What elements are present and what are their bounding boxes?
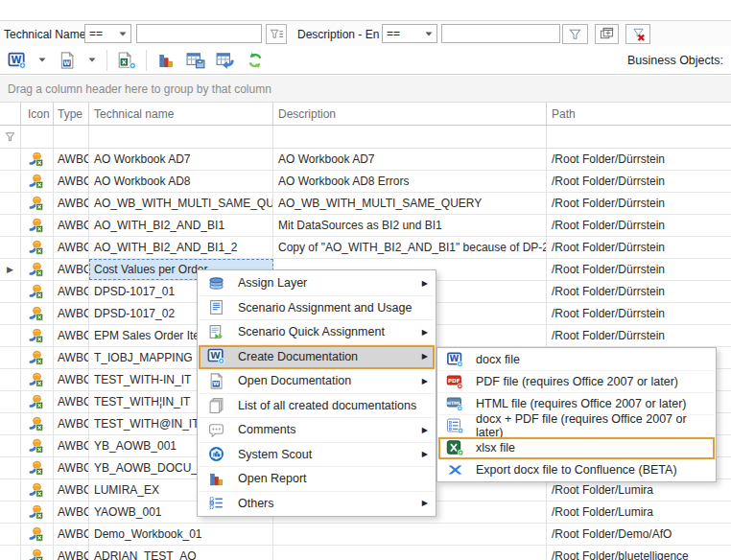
toolbar-separator	[106, 50, 107, 71]
menu-item-label: Open Documentation	[238, 374, 351, 387]
row-indicator	[0, 193, 21, 214]
submenu-item-label: PDF file (requires Office 2007 or later)	[476, 375, 678, 388]
clear-filter-button[interactable]	[625, 24, 650, 44]
awbo-workbook-icon	[28, 196, 44, 211]
menu-item-system-scout[interactable]: System Scout▶	[199, 443, 435, 468]
open-documentation-dropdown[interactable]	[86, 49, 98, 72]
context-menu: Assign Layer▶Scenario Assignment and Usa…	[197, 269, 436, 517]
path-cell: /Root Folder/bluetelligence	[547, 546, 731, 560]
menu-item-open-documentation[interactable]: WOpen Documentation▶	[199, 369, 435, 394]
menu-item-label: Scenario Assignment and Usage	[238, 301, 412, 315]
column-header-description[interactable]: Description	[273, 103, 547, 125]
toolbar: W W Business Objects:	[0, 46, 731, 75]
type-cell: AWBO	[54, 502, 89, 523]
submenu-item-export-docx-file-to-confluence-beta[interactable]: Export docx file to Confluence (BETA)	[438, 459, 715, 480]
awbo-icon-cell	[21, 546, 54, 560]
apply-filter-button[interactable]	[562, 24, 588, 44]
word-open-icon: W	[58, 52, 77, 69]
menu-item-others[interactable]: Others▶	[199, 492, 435, 516]
awbo-workbook-icon	[28, 350, 44, 365]
table-row[interactable]: AWBOAO Workbook AD7AO Workbook AD7/Root …	[0, 149, 731, 171]
open-report-button[interactable]	[155, 49, 177, 72]
submenu-item-xlsx-file[interactable]: xlsx file	[438, 437, 715, 459]
menu-item-create-documentation[interactable]: WCreate Documentation▶	[199, 345, 435, 370]
create-documentation-dropdown[interactable]	[36, 49, 48, 72]
pdf-icon: PDF	[446, 374, 464, 389]
awbo-icon-cell	[21, 479, 54, 501]
description-operator-dropdown[interactable]: ==	[382, 24, 437, 43]
menu-item-scenario-assignment-and-usage[interactable]: Scenario Assignment and Usage	[199, 296, 435, 321]
menu-item-label: System Scout	[238, 448, 312, 461]
technical-name-filter-input[interactable]	[136, 24, 262, 43]
type-cell: AWBO	[54, 303, 89, 324]
awbo-icon-cell	[21, 502, 54, 523]
technical-name-cell[interactable]: Demo_Workbook_01	[89, 524, 273, 545]
technical-name-filter-button[interactable]	[266, 24, 287, 44]
submenu-item-docx-file[interactable]: Wdocx file	[438, 349, 715, 371]
type-cell: AWBO	[54, 215, 89, 236]
row-indicator	[0, 215, 21, 236]
awbo-icon-cell	[21, 281, 54, 302]
filter-cell[interactable]	[54, 126, 89, 148]
description-cell: AO_WB_WITH_MULTI_SAME_QUERY	[273, 193, 547, 214]
column-header-type[interactable]: Type	[54, 103, 89, 125]
awbo-workbook-icon	[28, 152, 44, 167]
group-by-panel[interactable]: Drag a column header here to group by th…	[0, 76, 731, 103]
menu-item-comments[interactable]: Comments▶	[199, 418, 435, 443]
technical-name-cell[interactable]: AO_WITH_BI2_AND_BI1_2	[89, 237, 273, 258]
awbo-workbook-icon	[28, 372, 44, 387]
table-row[interactable]: AWBOAO_WB_WITH_MULTI_SAME_QUERYAO_WB_WIT…	[0, 193, 731, 215]
technical-name-cell[interactable]: ADRIAN_TEST_AO	[89, 546, 273, 560]
description-filter-label: Description - En	[297, 28, 379, 41]
technical-name-cell[interactable]: AO_WB_WITH_MULTI_SAME_QUERY	[89, 193, 273, 214]
group-by-hint: Drag a column header here to group by th…	[8, 82, 271, 96]
menu-item-assign-layer[interactable]: Assign Layer▶	[199, 271, 435, 296]
awbo-workbook-icon	[28, 284, 44, 299]
system-scout-icon	[207, 446, 225, 462]
filter-cell[interactable]	[89, 126, 273, 148]
description-cell	[273, 546, 547, 560]
submenu-arrow-icon: ▶	[422, 352, 428, 361]
technical-name-cell[interactable]: AO Workbook AD7	[89, 149, 273, 170]
table-row[interactable]: AWBOAO_WITH_BI2_AND_BI1Mit DataSources a…	[0, 215, 731, 237]
row-indicator	[0, 413, 21, 434]
path-cell: /Root Folder/Dürrstein	[547, 281, 731, 302]
create-xlsx-button[interactable]	[116, 49, 137, 72]
word-open-icon: W	[207, 373, 225, 389]
menu-item-scenario-quick-assignment[interactable]: Scenario Quick Assignment▶	[199, 320, 435, 345]
auto-filter-row	[0, 126, 731, 149]
export-grid-button[interactable]	[215, 49, 236, 72]
filter-editor-button[interactable]	[595, 24, 619, 44]
menu-item-list-of-all-created-documentations[interactable]: List of all created documentations	[199, 394, 435, 419]
column-header-path[interactable]: Path	[547, 103, 731, 125]
funnel-lines-icon	[270, 27, 284, 41]
refresh-button[interactable]	[245, 49, 266, 72]
description-filter-input[interactable]	[441, 24, 560, 43]
technical-name-operator-dropdown[interactable]: ==	[84, 24, 131, 43]
table-row[interactable]: AWBOADRIAN_TEST_AO/Root Folder/bluetelli…	[0, 546, 731, 560]
filter-cell[interactable]	[547, 126, 731, 148]
path-cell: /Root Folder/Dürrstein	[547, 171, 731, 192]
open-documentation-button[interactable]: W	[57, 49, 78, 72]
technical-name-cell[interactable]: AO_WITH_BI2_AND_BI1	[89, 215, 273, 236]
confluence-icon	[446, 462, 464, 478]
create-documentation-docx-button[interactable]: W	[7, 49, 28, 72]
type-cell: AWBO	[54, 435, 89, 456]
column-header-icon[interactable]: Icon	[21, 103, 54, 125]
type-cell: AWBO	[54, 546, 89, 560]
menu-item-label: Others	[238, 497, 274, 510]
column-header-technical-name[interactable]: Technical name	[89, 103, 273, 125]
submenu-item-docx-pdf-file-requires-office-2007-or-later[interactable]: docx + PDF file (requires Office 2007 or…	[438, 415, 715, 437]
submenu-item-pdf-file-requires-office-2007-or-later[interactable]: PDFPDF file (requires Office 2007 or lat…	[438, 371, 715, 393]
technical-name-cell[interactable]: AO Workbook AD8	[89, 171, 273, 192]
path-cell: /Root Folder/Lumira	[547, 479, 731, 501]
menu-item-open-report[interactable]: Open Report	[199, 467, 435, 492]
table-row[interactable]: AWBOAO Workbook AD8AO Workbook AD8 Error…	[0, 171, 731, 193]
save-grid-button[interactable]	[185, 49, 206, 72]
filter-cell[interactable]	[21, 126, 54, 148]
filter-cell[interactable]	[273, 126, 547, 148]
type-cell: AWBO	[54, 369, 89, 390]
table-row[interactable]: AWBOAO_WITH_BI2_AND_BI1_2Copy of "AO_WIT…	[0, 237, 731, 259]
table-row[interactable]: AWBODemo_Workbook_01/Root Folder/Demo/Af…	[0, 524, 731, 546]
submenu-item-label: docx file	[476, 353, 520, 366]
